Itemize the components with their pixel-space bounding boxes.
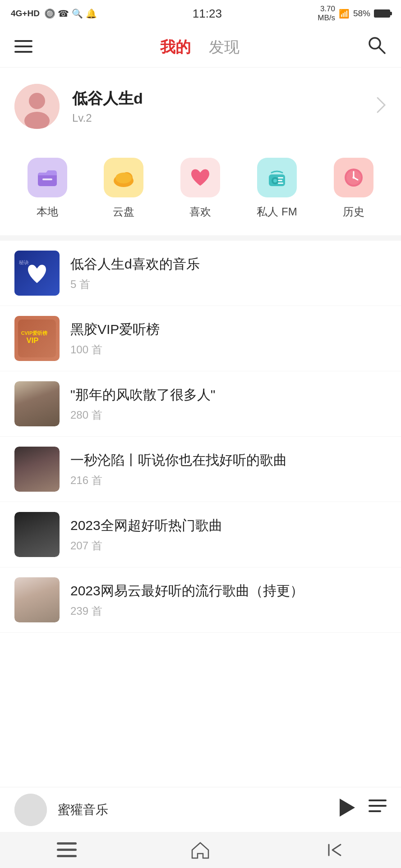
fm-icon-wrap bbox=[257, 158, 297, 197]
svg-point-30 bbox=[14, 794, 47, 826]
battery-icon bbox=[374, 9, 390, 18]
playlist-info-2: 黑胶VIP爱听榜 100 首 bbox=[70, 320, 387, 357]
playlist-count-6: 239 首 bbox=[70, 604, 387, 618]
battery-percent: 58% bbox=[353, 9, 370, 18]
profile-name: 低谷人生d bbox=[72, 88, 143, 109]
quick-item-local[interactable]: 本地 bbox=[28, 158, 67, 219]
svg-rect-1 bbox=[14, 46, 32, 47]
playlist-title-2: 黑胶VIP爱听榜 bbox=[70, 320, 387, 338]
svg-point-13 bbox=[115, 173, 132, 183]
header: 我的 发现 bbox=[0, 27, 401, 68]
playlist-list: 秘诀 低谷人生d喜欢的音乐 5 首 CVIP爱听榜 VIP bbox=[0, 241, 401, 633]
avatar bbox=[14, 84, 60, 129]
svg-rect-33 bbox=[369, 805, 387, 807]
now-playing-bar: 蜜獾音乐 bbox=[0, 787, 401, 832]
profile-info: 低谷人生d Lv.2 bbox=[72, 88, 143, 124]
svg-rect-0 bbox=[14, 40, 32, 42]
svg-rect-34 bbox=[369, 810, 381, 812]
playlist-count-4: 216 首 bbox=[70, 473, 387, 488]
status-icons: 🔘 ☎ 🔍 🔔 bbox=[44, 8, 97, 19]
svg-text:VIP: VIP bbox=[26, 336, 38, 345]
playlist-title-4: 一秒沦陷丨听说你也在找好听的歌曲 bbox=[70, 451, 387, 469]
cloud-label: 云盘 bbox=[113, 205, 134, 219]
svg-rect-17 bbox=[278, 177, 283, 178]
play-button[interactable] bbox=[338, 798, 356, 822]
playlist-item[interactable]: 一秒沦陷丨听说你也在找好听的歌曲 216 首 bbox=[0, 437, 401, 502]
playlist-title-1: 低谷人生d喜欢的音乐 bbox=[70, 255, 387, 273]
playlist-count-3: 280 首 bbox=[70, 408, 387, 422]
svg-line-4 bbox=[379, 47, 385, 53]
playlist-info-4: 一秒沦陷丨听说你也在找好听的歌曲 216 首 bbox=[70, 451, 387, 488]
fm-label: 私人 FM bbox=[257, 205, 297, 219]
svg-rect-9 bbox=[42, 178, 52, 180]
svg-rect-37 bbox=[57, 855, 77, 857]
svg-point-24 bbox=[353, 177, 355, 179]
svg-rect-36 bbox=[57, 849, 77, 851]
status-time: 11:23 bbox=[193, 7, 222, 21]
playlist-button[interactable] bbox=[369, 799, 387, 820]
playlist-thumb-5 bbox=[14, 512, 60, 557]
svg-rect-18 bbox=[278, 180, 282, 181]
network-speed: 3.70MB/s bbox=[318, 5, 335, 23]
svg-rect-2 bbox=[14, 51, 32, 53]
history-icon-wrap bbox=[334, 158, 373, 197]
quick-item-cloud[interactable]: 云盘 bbox=[104, 158, 143, 219]
history-label: 历史 bbox=[343, 205, 364, 219]
bottom-nav-home[interactable] bbox=[184, 839, 216, 861]
bottom-nav bbox=[0, 832, 401, 868]
like-label: 喜欢 bbox=[189, 205, 211, 219]
profile-level: Lv.2 bbox=[72, 112, 143, 124]
now-playing-controls bbox=[338, 798, 387, 822]
bottom-nav-back[interactable] bbox=[318, 839, 350, 861]
status-left: 4G+HD 🔘 ☎ 🔍 🔔 bbox=[11, 8, 97, 19]
local-label: 本地 bbox=[37, 205, 58, 219]
playlist-item[interactable]: CVIP爱听榜 VIP 黑胶VIP爱听榜 100 首 bbox=[0, 306, 401, 371]
svg-point-6 bbox=[29, 93, 45, 109]
quick-item-like[interactable]: 喜欢 bbox=[180, 158, 220, 219]
now-playing-title: 蜜獾音乐 bbox=[58, 801, 327, 818]
svg-rect-35 bbox=[57, 842, 77, 845]
playlist-info-5: 2023全网超好听热门歌曲 207 首 bbox=[70, 516, 387, 553]
playlist-item[interactable]: 2023网易云最好听的流行歌曲（持更） 239 首 bbox=[0, 567, 401, 633]
signal-icon: 4G+HD bbox=[11, 9, 40, 18]
playlist-item[interactable]: 秘诀 低谷人生d喜欢的音乐 5 首 bbox=[0, 241, 401, 306]
playlist-info-6: 2023网易云最好听的流行歌曲（持更） 239 首 bbox=[70, 582, 387, 618]
tab-mine[interactable]: 我的 bbox=[160, 37, 191, 58]
playlist-item[interactable]: 2023全网超好听热门歌曲 207 首 bbox=[0, 502, 401, 567]
playlist-thumb-3 bbox=[14, 381, 60, 426]
wifi-icon: 📶 bbox=[339, 9, 350, 19]
tab-discover[interactable]: 发现 bbox=[209, 37, 240, 58]
svg-text:秘诀: 秘诀 bbox=[19, 260, 29, 265]
playlist-count-5: 207 首 bbox=[70, 539, 387, 553]
search-button[interactable] bbox=[367, 35, 387, 59]
playlist-count-1: 5 首 bbox=[70, 277, 387, 292]
svg-rect-32 bbox=[369, 799, 387, 801]
bottom-nav-menu[interactable] bbox=[51, 839, 83, 861]
playlist-item[interactable]: "那年的风吹散了很多人" 280 首 bbox=[0, 371, 401, 437]
quick-item-history[interactable]: 历史 bbox=[334, 158, 373, 219]
profile-chevron-icon bbox=[376, 96, 387, 117]
playlist-thumb-1: 秘诀 bbox=[14, 251, 60, 296]
svg-point-16 bbox=[273, 179, 277, 183]
playlist-thumb-2: CVIP爱听榜 VIP bbox=[14, 316, 60, 361]
playlist-thumb-6 bbox=[14, 577, 60, 622]
menu-button[interactable] bbox=[14, 40, 32, 55]
playlist-thumb-4 bbox=[14, 447, 60, 492]
status-right: 3.70MB/s 📶 58% bbox=[318, 5, 390, 23]
divider bbox=[0, 235, 401, 241]
local-icon-wrap bbox=[28, 158, 67, 197]
playlist-title-5: 2023全网超好听热门歌曲 bbox=[70, 516, 387, 534]
svg-text:CVIP爱听榜: CVIP爱听榜 bbox=[21, 330, 48, 336]
playlist-info-3: "那年的风吹散了很多人" 280 首 bbox=[70, 386, 387, 422]
quick-item-fm[interactable]: 私人 FM bbox=[257, 158, 297, 219]
quick-icons: 本地 云盘 喜欢 bbox=[0, 145, 401, 235]
profile-left: 低谷人生d Lv.2 bbox=[14, 84, 143, 129]
svg-rect-19 bbox=[278, 183, 283, 184]
like-icon-wrap bbox=[180, 158, 220, 197]
now-playing-thumb bbox=[14, 794, 47, 826]
playlist-title-6: 2023网易云最好听的流行歌曲（持更） bbox=[70, 582, 387, 599]
profile-section[interactable]: 低谷人生d Lv.2 bbox=[0, 68, 401, 145]
playlist-count-2: 100 首 bbox=[70, 343, 387, 357]
playlist-info-1: 低谷人生d喜欢的音乐 5 首 bbox=[70, 255, 387, 292]
header-tabs: 我的 发现 bbox=[160, 37, 240, 58]
